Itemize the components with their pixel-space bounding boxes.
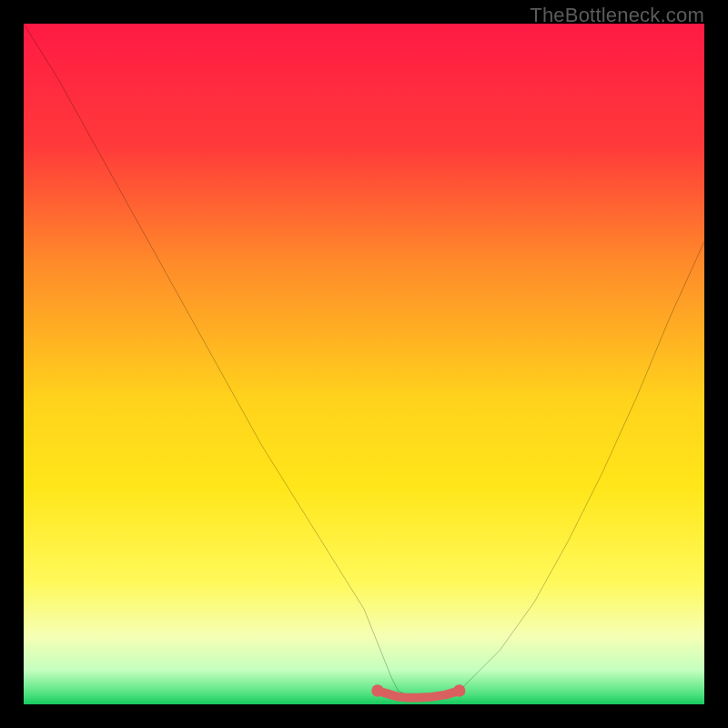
chart-frame: TheBottleneck.com: [0, 0, 728, 728]
attribution-text: TheBottleneck.com: [530, 4, 704, 27]
plot-area: [24, 24, 704, 704]
flat-bottom-highlight: [378, 691, 460, 697]
highlight-endpoint-right: [453, 684, 465, 696]
curve-layer: [24, 24, 704, 704]
highlight-endpoint-left: [371, 684, 383, 696]
bottleneck-curve: [24, 24, 704, 698]
